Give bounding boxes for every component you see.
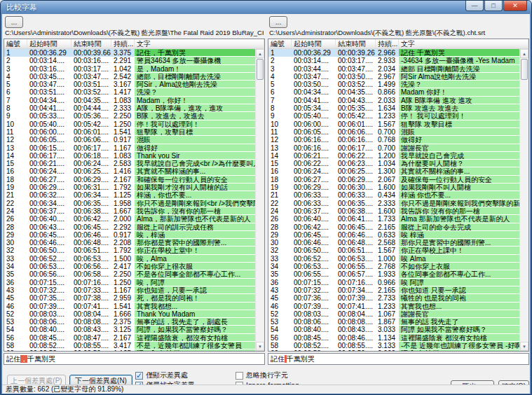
table-row[interactable]: 500:03:50....00:03:52....1.499洗澡？ — [268, 81, 519, 88]
maximize-button[interactable]: □ — [484, 1, 503, 11]
table-row[interactable]: 2400:06:37....00:06:38....1.600我告訴你 沒有你的… — [268, 207, 519, 215]
table-row[interactable]: 5800:08:52....00:08:55....3.133-不是 近幾年也訓… — [268, 342, 519, 349]
table-row[interactable]: 3600:07:15....00:07:16....1.250唉，阿譚 — [4, 279, 255, 286]
table-row[interactable]: 3600:07:15....00:07:16....0.966唉 阿譚 — [268, 279, 519, 286]
table-row[interactable]: 2800:06:42....00:06:45....2.165服從上司的命令去完… — [268, 223, 519, 231]
title-bar[interactable]: 比較字幕 — □ ✕ — [1, 1, 531, 14]
table-row[interactable]: 2100:06:33....00:06:33....0.434梓涵 你也不要..… — [268, 191, 519, 199]
left-selected-text-box[interactable]: 記住，千萬別哭 — [4, 353, 265, 365]
table-row[interactable]: 1200:06:05....00:06:06....0.917混賬 — [4, 136, 255, 144]
table-row[interactable]: 2600:06:40....00:06:42....2.000Alma，那新加警… — [4, 215, 255, 223]
table-row[interactable]: 1500:06:22....00:06:23....1.034為什麼要叫人開槍？ — [268, 160, 519, 167]
table-row[interactable]: 500:03:47....00:03:51....3.167阿Sir，Alma說… — [4, 81, 255, 88]
table-row[interactable]: 4300:07:32....00:07:33....1.167你也知道，只要一承… — [4, 286, 255, 294]
column-header-end[interactable]: 結束時間 — [71, 39, 111, 48]
table-row[interactable]: 5300:08:06....00:08:08....2.375無事的話，我先走了… — [4, 318, 255, 326]
table-row[interactable]: 600:04:34....00:04:35....0.866Madam 你好！ — [268, 88, 519, 96]
column-header-duration[interactable]: 持續... — [111, 39, 135, 48]
table-row[interactable]: 1500:06:21....00:06:24....2.583我早就說自己會完成… — [4, 160, 255, 167]
table-row[interactable]: 800:04:41....00:04:44....2.333A隊，B隊準備，進攻… — [4, 104, 255, 112]
table-row[interactable]: 2900:06:45....00:06:46....0.917唉，梓涵 — [4, 231, 255, 239]
table-row[interactable]: 2100:06:32....00:06:34....1.125梓涵，你也不要..… — [4, 191, 255, 199]
table-row[interactable]: 2800:06:43....00:06:45....2.292服從上司的訓示完成… — [4, 223, 255, 231]
table-row[interactable]: 3500:06:56....00:06:58....2.250不是各位同事全部都… — [4, 270, 255, 278]
table-row[interactable]: 1900:06:29....00:06:30....1.600如果我剛剛不叫人開… — [268, 183, 519, 191]
right-vertical-scrollbar[interactable]: ▲ ▼ — [519, 49, 528, 351]
table-row[interactable]: 1000:05:40....00:05:42....1.250停！我可以處理到！ — [4, 120, 255, 128]
table-row[interactable]: 4300:07:32....00:07:34....2.165你也知道 只要一承… — [268, 286, 519, 294]
table-row[interactable]: 100:00:36.2900:00:39.663.375記住，千萬別哭 — [4, 49, 255, 57]
table-row[interactable]: 700:04:41....00:04:43....2.033A隊 B隊準備 進攻… — [268, 97, 519, 104]
table-row[interactable]: 400:03:47....00:03:50....2.967阿Sir Alma說… — [268, 73, 519, 81]
table-row[interactable]: 1400:06:21....00:06:22....1.200我早就說自己會完成 — [268, 152, 519, 160]
table-row[interactable]: 5600:08:45....00:08:46....1.134這裡陽盛陰衰 都沒… — [268, 334, 519, 342]
table-row[interactable]: 2200:06:33....00:06:35....2.333你只不過是剛剛來報… — [268, 200, 519, 207]
column-header-text[interactable]: 文字 — [399, 39, 528, 48]
checkbox-ignore-line-breaks[interactable]: 忽略換行字元 — [236, 371, 288, 380]
table-row[interactable]: 3300:06:52....00:06:53....1.500唉，Alma — [4, 255, 255, 263]
table-row[interactable]: 3400:06:53....00:06:56....2.417不如你穿上很衣服 — [4, 263, 255, 270]
table-row[interactable]: 600:03:51....00:03:52....1.417洗澡？ — [4, 88, 255, 96]
column-header-number[interactable]: 編號 — [268, 39, 292, 48]
scroll-down-icon[interactable]: ▼ — [256, 342, 264, 351]
table-row[interactable]: 3300:06:52....00:06:53....1.000唉 Alma — [268, 255, 519, 263]
column-header-start[interactable]: 起始時間 — [292, 39, 336, 48]
right-selected-text-box[interactable]: 記住 千萬別哭 — [268, 353, 529, 365]
table-row[interactable]: 4500:07:36....00:07:39....2.733犧牲的 也是我的同… — [268, 294, 519, 302]
table-row[interactable]: 1300:06:16....00:06:17....0.700謝謝長官 — [268, 144, 519, 152]
table-row[interactable]: 900:05:40....00:05:42....1.233停！ 我可以處理到！ — [268, 112, 519, 120]
table-row[interactable]: 1800:06:27....00:06:29....2.067及確保每一位行動人… — [268, 176, 519, 183]
table-row[interactable]: 300:03:16....00:03:17....1.042是，Madam！ — [4, 65, 255, 73]
table-row[interactable]: 6000:08:58....00:08:59....0.900嗯 Jade她們？ — [268, 349, 519, 351]
table-row[interactable]: 4600:07:39....00:07:41....1.541其實我都想... — [4, 303, 255, 310]
table-row[interactable]: 1800:06:27....00:06:29....2.167和確保每一位行動人… — [4, 176, 255, 183]
right-browse-button[interactable]: ... — [269, 16, 287, 28]
scroll-down-icon[interactable]: ▼ — [520, 342, 528, 351]
table-row[interactable]: 3200:06:50....00:06:51....1.792你正在學校上堂中！ — [4, 247, 255, 254]
table-row[interactable]: 1100:06:00....00:06:01....1.541狙擊隊，攻擊目標 — [4, 128, 255, 136]
table-row[interactable]: 700:04:34....00:04:35....1.083Madam，你好！ — [4, 97, 255, 104]
column-header-end[interactable]: 結束時間 — [336, 39, 376, 48]
table-row[interactable]: 5200:08:03....00:08:04....1.067謝謝長官 — [268, 310, 519, 318]
table-row[interactable]: 5200:08:03....00:08:04....1.666Thank You… — [4, 310, 255, 318]
minimize-button[interactable]: — — [465, 1, 484, 11]
table-row[interactable]: 2600:06:40....00:06:41....1.733Alma 那新加警… — [268, 215, 519, 223]
table-row[interactable]: 6000:08:58....00:08:59....1.125嗯，Jade她們？ — [4, 349, 255, 351]
table-row[interactable]: 3200:06:50....00:06:51....1.567你正在學校上課中！ — [268, 247, 519, 254]
column-header-duration[interactable]: 持續... — [376, 39, 399, 48]
table-row[interactable]: 3000:06:46....00:06:48....2.568那你只是實習中的國… — [268, 239, 519, 247]
table-row[interactable]: 5800:08:52....00:08:55....3.417不是，近幾年都訓練… — [4, 342, 255, 349]
scrollbar-thumb[interactable] — [257, 59, 264, 80]
table-row[interactable]: 1000:06:00....00:06:01....1.567狙擊隊 攻擊目標 — [268, 120, 519, 128]
table-row[interactable]: 4500:07:35....00:07:38....2.959死，都是我的同袍！ — [4, 294, 255, 302]
table-row[interactable]: 1200:06:16....00:06:16....0.768做得好 — [268, 136, 519, 144]
scroll-up-icon[interactable]: ▲ — [520, 49, 528, 58]
table-row[interactable]: 2400:06:37....00:06:38....1.667我告訴你，沒有你的… — [4, 207, 255, 215]
column-header-number[interactable]: 編號 — [4, 39, 27, 48]
table-row[interactable]: 200:03:14....00:03:17....2.933-34634 多放一… — [268, 57, 519, 64]
table-row[interactable]: 5600:08:45....00:08:47....2.167這裡陽盛陰衰，都沒… — [4, 334, 255, 342]
table-row[interactable]: 2900:06:45....00:06:46....0.633唉 梓涵 — [268, 231, 519, 239]
close-button[interactable]: ✕ — [503, 1, 527, 11]
table-row[interactable]: 2200:06:34....00:06:35....1.958你只不過是剛剛來報… — [4, 200, 255, 207]
left-vertical-scrollbar[interactable]: ▲ ▼ — [255, 49, 264, 351]
table-row[interactable]: 3400:06:53....00:06:55....2.768不如你穿上衣服 — [268, 263, 519, 270]
scroll-up-icon[interactable]: ▲ — [256, 49, 264, 58]
scrollbar-thumb[interactable] — [521, 59, 528, 80]
table-row[interactable]: 4600:07:39....00:07:41....1.233其實我也想... — [268, 303, 519, 310]
table-row[interactable]: 100:00:36.2900:00:39.262.966記住 千萬別哭 — [268, 49, 519, 57]
table-row[interactable]: 1400:06:17....00:06:18....1.083Thank you… — [4, 152, 255, 160]
table-row[interactable]: 5300:08:06....00:08:08....1.867無事的話 我先走了 — [268, 318, 519, 326]
table-row[interactable]: 300:03:44....00:03:47....2.034總部 目標剛剛離開去… — [268, 65, 519, 73]
table-row[interactable]: 400:03:45....00:03:47....2.542總部，目標剛剛離開去… — [4, 73, 255, 81]
table-row[interactable]: 800:05:34....00:05:35....1.634B隊 攻進去 攻進去 — [268, 104, 519, 112]
table-row[interactable]: 1100:06:05....00:06:06....0.700混賬 — [268, 128, 519, 136]
column-header-start[interactable]: 起始時間 — [27, 39, 71, 48]
table-row[interactable]: 1600:06:24....00:06:25....1.416其實就不關梓涵的事… — [4, 167, 255, 175]
table-row[interactable]: 3500:06:55....00:06:57....1.933各位同事全部都不專… — [268, 270, 519, 278]
table-row[interactable]: 5400:08:40....00:08:43....3.033阿譚 如果我不當警… — [268, 326, 519, 333]
table-row[interactable]: 1900:06:29....00:06:31....1.792如果我剛才沒有叫人… — [4, 183, 255, 191]
table-row[interactable]: 1600:06:24....00:06:25....1.300其實就不關梓涵的事… — [268, 167, 519, 175]
checkbox-show-only-differences[interactable]: 僅顯示差異處 — [135, 371, 188, 380]
column-header-text[interactable]: 文字 — [135, 39, 264, 48]
